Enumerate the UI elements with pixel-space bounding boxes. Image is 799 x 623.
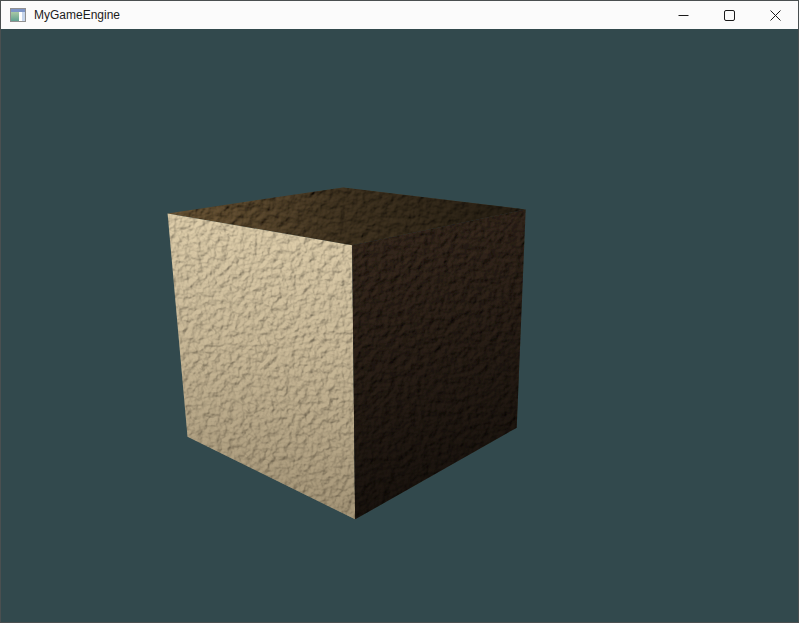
- cube-face-left-shade: [168, 213, 356, 519]
- window-title: MyGameEngine: [34, 1, 120, 29]
- title-bar[interactable]: MyGameEngine: [1, 1, 798, 29]
- app-icon[interactable]: [10, 8, 26, 22]
- app-icon-body: [11, 12, 25, 21]
- window-controls: [660, 1, 798, 29]
- app-icon-pane-green: [11, 12, 19, 21]
- scene-canvas[interactable]: [1, 29, 798, 622]
- maximize-restore-icon: [724, 10, 735, 21]
- app-icon-pane-blue: [22, 12, 25, 21]
- maximize-button[interactable]: [706, 1, 752, 29]
- cube-face-right-shade: [352, 209, 526, 519]
- app-window: MyGameEngine: [0, 0, 799, 623]
- minimize-icon: [678, 10, 689, 21]
- close-icon: [770, 10, 781, 21]
- minimize-button[interactable]: [660, 1, 706, 29]
- close-button[interactable]: [752, 1, 798, 29]
- render-viewport[interactable]: [1, 29, 798, 622]
